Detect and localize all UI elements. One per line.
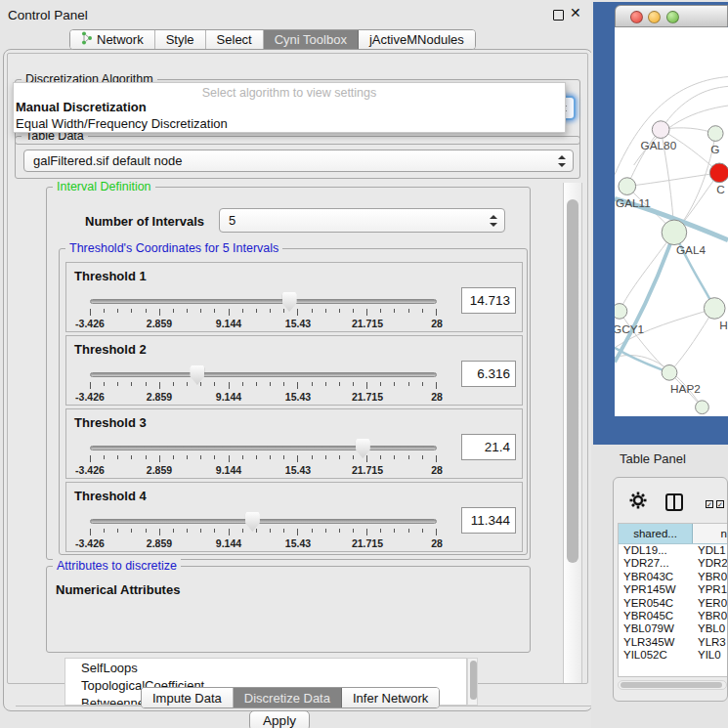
- tab-infer-network[interactable]: Infer Network: [342, 688, 439, 707]
- slider-ticks: [90, 382, 437, 390]
- node-table: shared... n YDL19...YDL1 YDR27...YDR2 YB…: [618, 523, 727, 677]
- node-label: H: [719, 319, 728, 331]
- table-row[interactable]: YLR345WYLR3: [619, 636, 727, 649]
- tab-impute-data[interactable]: Impute Data: [142, 688, 234, 707]
- table-hscrollbar[interactable]: [618, 680, 727, 690]
- thresholds-title: Threshold's Coordinates for 5 Intervals: [65, 241, 282, 255]
- node-gal4[interactable]: [662, 220, 687, 245]
- checkbox-icon[interactable]: ✓: [716, 500, 724, 508]
- node-gal80[interactable]: [652, 121, 669, 139]
- table-panel-header: Table Panel: [591, 445, 728, 472]
- node-label: GCY1: [615, 322, 644, 335]
- panel-scrollbar[interactable]: [563, 183, 582, 683]
- tick-label: 9.144: [216, 537, 241, 549]
- tab-style[interactable]: Style: [155, 30, 206, 49]
- table-row[interactable]: YIL052CYIL0: [619, 649, 727, 662]
- panel-scrollbar-thumb[interactable]: [567, 199, 578, 563]
- gear-icon[interactable]: [629, 492, 647, 513]
- close-traffic-light-icon[interactable]: [630, 11, 643, 23]
- table-data-value: galFiltered.sif default node: [33, 153, 182, 168]
- table-row[interactable]: YDL19...YDL1: [619, 544, 727, 557]
- table-hscrollbar-thumb[interactable]: [621, 682, 722, 688]
- panel-title: Control Panel: [8, 8, 88, 22]
- tick-label: 21.715: [352, 537, 383, 549]
- threshold-4-value-field[interactable]: [461, 507, 516, 534]
- table-row[interactable]: YBR045CYBR0: [619, 610, 727, 622]
- node-hap2[interactable]: [662, 364, 677, 380]
- tab-cyni-toolbox[interactable]: Cyni Toolbox: [264, 30, 359, 49]
- threshold-3-slider[interactable]: [90, 446, 437, 450]
- tick-label: 28: [431, 464, 443, 476]
- table-row[interactable]: YBL079WYBL0: [619, 622, 727, 635]
- network-icon: [81, 31, 93, 48]
- dropdown-item-manual[interactable]: Manual Discretization: [14, 100, 565, 116]
- table-row[interactable]: YPR145WYPR1: [619, 583, 727, 596]
- threshold-4-slider[interactable]: [90, 519, 437, 524]
- table-panel-card: ✓ ✓ shared... n YDL19...YDL1 YDR27...YDR…: [613, 477, 728, 702]
- tab-discretize-data[interactable]: Discretize Data: [234, 688, 342, 707]
- attributes-group: Attributes to discretize Numerical Attri…: [46, 566, 531, 653]
- network-graph: GAL80 G C GAL11 GAL4 GCY1 H HAP2: [615, 27, 728, 416]
- threshold-2-slider[interactable]: [90, 372, 437, 377]
- table-data-group: Table Data galFiltered.sif default node: [15, 136, 580, 179]
- network-window-titlebar[interactable]: [615, 5, 728, 27]
- tick-label: 15.43: [285, 464, 311, 476]
- tab-select[interactable]: Select: [206, 30, 264, 49]
- table-data-combobox[interactable]: galFiltered.sif default node: [23, 150, 574, 172]
- dropdown-item-equal-width[interactable]: Equal Width/Frequency Discretization: [14, 116, 565, 133]
- tick-label: 9.144: [216, 464, 241, 476]
- number-of-intervals-label: Number of Intervals: [85, 214, 204, 229]
- node-label: G: [710, 143, 719, 155]
- list-scrollbar[interactable]: [467, 658, 478, 706]
- minimize-traffic-light-icon[interactable]: [648, 11, 661, 23]
- node-top-right[interactable]: [707, 126, 723, 142]
- tab-network[interactable]: Network: [70, 30, 155, 49]
- node-label: HAP2: [670, 382, 701, 395]
- threshold-1-panel: Threshold 1 -3.4262.8599.14415.4321.7152…: [65, 262, 523, 332]
- threshold-1-slider[interactable]: [90, 299, 437, 304]
- tick-label: -3.426: [75, 537, 105, 549]
- interval-definition-title: Interval Definition: [53, 180, 155, 193]
- table-header-row: shared... n: [619, 524, 727, 544]
- dropdown-hint[interactable]: Select algorithm to view settings: [14, 83, 565, 100]
- table-row[interactable]: YBR043CYBR0: [619, 571, 727, 583]
- threshold-1-value-field[interactable]: [461, 287, 516, 314]
- combo-arrows-icon: [557, 155, 566, 167]
- tick-label: 2.859: [147, 464, 172, 476]
- node-gal11[interactable]: [619, 178, 636, 195]
- apply-button[interactable]: Apply: [249, 710, 310, 728]
- node-h[interactable]: [704, 298, 725, 320]
- network-canvas[interactable]: GAL80 G C GAL11 GAL4 GCY1 H HAP2: [615, 27, 728, 416]
- list-item[interactable]: SelfLoops: [65, 659, 466, 676]
- table-row[interactable]: YDR27...YDR2: [619, 557, 727, 570]
- tick-label: 9.144: [216, 391, 241, 403]
- tick-label: 15.43: [285, 391, 311, 403]
- table-toolbar: ✓ ✓: [614, 478, 727, 521]
- threshold-3-value-field[interactable]: [461, 434, 516, 460]
- threshold-3-label: Threshold 3: [74, 415, 147, 430]
- column-header-shared-name[interactable]: shared...: [619, 524, 693, 543]
- node-red-selected[interactable]: [709, 163, 728, 183]
- node-bottom-partial[interactable]: [696, 401, 709, 414]
- algorithm-dropdown-popup: Select algorithm to view settings Manual…: [13, 82, 566, 133]
- tick-label: 2.859: [147, 537, 172, 549]
- table-row[interactable]: YER054CYER0: [619, 597, 727, 610]
- threshold-2-label: Threshold 2: [74, 342, 147, 357]
- number-of-intervals-value: 5: [229, 213, 236, 228]
- float-window-icon[interactable]: [553, 10, 564, 21]
- tick-label: 28: [431, 537, 443, 549]
- threshold-2-value-field[interactable]: [461, 361, 516, 387]
- list-scrollbar-thumb[interactable]: [470, 661, 477, 700]
- column-header-name[interactable]: n: [693, 524, 727, 543]
- close-icon[interactable]: ✕: [570, 5, 581, 21]
- checkbox-icon[interactable]: ✓: [706, 500, 713, 508]
- tick-label: 2.859: [147, 318, 172, 329]
- node-label: C: [716, 183, 725, 195]
- maximize-traffic-light-icon[interactable]: [666, 11, 679, 23]
- tab-jactivemnodules[interactable]: jActiveMNodules: [359, 30, 475, 49]
- number-of-intervals-combobox[interactable]: 5: [219, 208, 505, 233]
- node-gcy1[interactable]: [615, 304, 627, 320]
- tick-label: 28: [431, 391, 443, 403]
- split-columns-icon[interactable]: [665, 493, 683, 511]
- tick-label: 15.43: [285, 537, 311, 549]
